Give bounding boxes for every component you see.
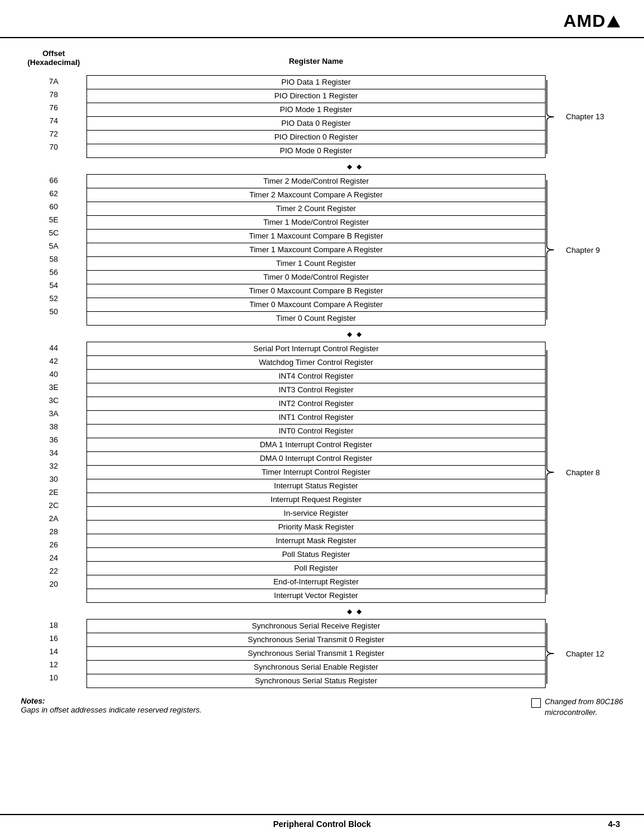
offset-cell: 12: [21, 658, 86, 671]
offset-cell: 60: [21, 200, 86, 213]
group-serial-names: Synchronous Serial Receive RegisterSynch…: [86, 619, 546, 688]
notes-text: Gaps in offset addresses indicate reserv…: [21, 705, 202, 714]
register-name-cell: Synchronous Serial Transmit 0 Register: [87, 633, 545, 647]
register-name-cell: Timer 2 Mode/Control Register: [87, 175, 545, 188]
register-name-cell: Priority Mask Register: [87, 521, 545, 534]
offset-cell: 28: [21, 525, 86, 538]
register-name-cell: Poll Status Register: [87, 548, 545, 562]
notes-title: Notes:: [21, 696, 45, 705]
register-name-cell: Timer 2 Count Register: [87, 202, 545, 216]
chapter-label: Chapter 13: [564, 112, 604, 121]
group-timer-chapter: Chapter 9: [546, 174, 623, 326]
offset-cell: 50: [21, 305, 86, 318]
offset-cell: 5A: [21, 240, 86, 253]
register-name-cell: Synchronous Serial Receive Register: [87, 620, 545, 633]
group-serial: 1816141210Synchronous Serial Receive Reg…: [21, 619, 623, 688]
group-timer-offsets: 6662605E5C5A5856545250: [21, 174, 86, 326]
group-interrupt-names: Serial Port Interrupt Control RegisterWa…: [86, 342, 546, 603]
register-name-cell: Timer 2 Maxcount Compare A Register: [87, 188, 545, 202]
group-timer-names: Timer 2 Mode/Control RegisterTimer 2 Max…: [86, 174, 546, 326]
offset-cell: 32: [21, 460, 86, 473]
offset-cell: 3C: [21, 394, 86, 407]
offset-cell: 76: [21, 101, 86, 114]
offset-cell: 3E: [21, 381, 86, 394]
register-name-cell: End-of-Interrupt Register: [87, 575, 545, 589]
group-pio-chapter: Chapter 13: [546, 75, 623, 158]
changed-box: [531, 698, 541, 708]
offset-cell: 40: [21, 368, 86, 381]
register-name-cell: DMA 0 Interrupt Control Register: [87, 452, 545, 466]
offset-cell: 10: [21, 671, 86, 685]
offset-cell: 72: [21, 128, 86, 141]
register-name-cell: PIO Data 0 Register: [87, 117, 545, 131]
group-pio: 7A7876747270PIO Data 1 RegisterPIO Direc…: [21, 75, 623, 158]
offset-cell: 34: [21, 447, 86, 460]
group-serial-offsets: 1816141210: [21, 619, 86, 688]
group-interrupt-chapter: Chapter 8: [546, 342, 623, 603]
offset-cell: 62: [21, 187, 86, 200]
offset-cell: 26: [21, 538, 86, 552]
group-serial-chapter: Chapter 12: [546, 619, 623, 688]
register-name-cell: Timer 1 Maxcount Compare A Register: [87, 243, 545, 257]
register-name-cell: Synchronous Serial Status Register: [87, 674, 545, 688]
register-name-header: Register Name: [86, 49, 546, 74]
offset-cell: 14: [21, 645, 86, 658]
offset-cell: 20: [21, 578, 86, 591]
register-name-cell: Timer 1 Count Register: [87, 257, 545, 271]
offset-cell: 44: [21, 342, 86, 355]
group-separator: ◆ ◆: [21, 608, 623, 615]
notes-right: Changed from 80C186 microcontroller.: [531, 696, 623, 718]
register-name-cell: Interrupt Mask Register: [87, 534, 545, 548]
offset-sub-header: (Hexadecimal): [21, 58, 86, 67]
svg-marker-0: [607, 16, 620, 27]
offset-cell: 56: [21, 266, 86, 279]
register-name-cell: Synchronous Serial Transmit 1 Register: [87, 647, 545, 661]
page-footer: Peripheral Control Block 4-3: [0, 814, 644, 833]
group-interrupt: 4442403E3C3A38363432302E2C2A2826242220Se…: [21, 342, 623, 603]
offset-cell: 38: [21, 420, 86, 433]
register-name-cell: Watchdog Timer Control Register: [87, 356, 545, 370]
offset-cell: 7A: [21, 75, 86, 88]
offset-cell: 58: [21, 253, 86, 266]
register-name-cell: Timer 0 Maxcount Compare B Register: [87, 284, 545, 298]
register-name-cell: In-service Register: [87, 507, 545, 521]
register-name-cell: INT4 Control Register: [87, 370, 545, 383]
register-name-cell: INT3 Control Register: [87, 383, 545, 397]
changed-text: Changed from 80C186 microcontroller.: [544, 696, 623, 718]
offset-cell: 24: [21, 552, 86, 565]
offset-cell: 18: [21, 619, 86, 632]
offset-cell: 36: [21, 433, 86, 447]
offset-cell: 5E: [21, 213, 86, 227]
offset-cell: 2E: [21, 486, 86, 499]
chapter-label: Chapter 9: [564, 246, 600, 255]
offset-cell: 54: [21, 279, 86, 292]
offset-cell: 5C: [21, 227, 86, 240]
register-name-cell: Synchronous Serial Enable Register: [87, 661, 545, 674]
register-name-cell: PIO Direction 1 Register: [87, 89, 545, 103]
register-name-cell: Interrupt Request Register: [87, 493, 545, 507]
footer-page: 4-3: [584, 819, 620, 829]
notes-left: Notes: Gaps in offset addresses indicate…: [21, 696, 202, 714]
offset-cell: 52: [21, 292, 86, 305]
column-headers: Offset (Hexadecimal) Register Name: [21, 49, 623, 74]
register-name-cell: Poll Register: [87, 562, 545, 575]
chapter-label: Chapter 12: [564, 649, 604, 658]
group-separator: ◆ ◆: [21, 163, 623, 171]
amd-logo: AMD: [564, 11, 620, 31]
footer-title: Peripheral Control Block: [60, 819, 584, 829]
register-name-cell: INT2 Control Register: [87, 397, 545, 411]
chapter-label: Chapter 8: [564, 468, 600, 477]
offset-cell: 16: [21, 632, 86, 645]
register-name-cell: PIO Mode 0 Register: [87, 144, 545, 157]
logo-arrow: [607, 11, 620, 32]
offset-cell: 2A: [21, 512, 86, 525]
register-name-cell: Interrupt Vector Register: [87, 589, 545, 602]
register-name-cell: Timer 1 Mode/Control Register: [87, 216, 545, 230]
register-name-cell: INT0 Control Register: [87, 425, 545, 438]
offset-cell: 22: [21, 565, 86, 578]
group-separator: ◆ ◆: [21, 330, 623, 338]
register-name-cell: PIO Mode 1 Register: [87, 103, 545, 117]
group-pio-offsets: 7A7876747270: [21, 75, 86, 158]
group-pio-names: PIO Data 1 RegisterPIO Direction 1 Regis…: [86, 75, 546, 158]
register-name-cell: Serial Port Interrupt Control Register: [87, 342, 545, 356]
